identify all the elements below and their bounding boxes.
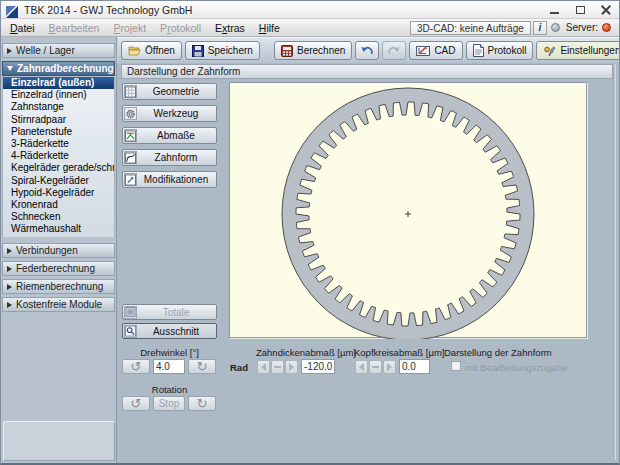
sidebar-item-zahnstange[interactable]: Zahnstange xyxy=(3,101,114,113)
gear-canvas-svg xyxy=(230,83,588,339)
close-button[interactable] xyxy=(593,1,619,18)
sidebar-item-stirnradpaar[interactable]: Stirnradpaar xyxy=(3,114,114,126)
minus-icon xyxy=(274,366,281,369)
sidebar-item-einzelrad-aussen[interactable]: Einzelrad (außen) xyxy=(3,77,114,89)
sidebar-section-kostenfreie-module[interactable]: Kostenfreie Module xyxy=(2,297,115,312)
kopfkreis-step-up[interactable] xyxy=(383,360,396,374)
section-label: Riemenberechnung xyxy=(16,280,103,294)
zahndicken-step-zero[interactable] xyxy=(271,360,284,374)
abmasse-label: Abmaße xyxy=(137,130,215,141)
section-label: Kostenfreie Module xyxy=(16,298,102,312)
kopfkreis-step-zero[interactable] xyxy=(369,360,382,374)
panel-right-edge xyxy=(613,64,616,460)
panel-title: Darstellung der Zahnform xyxy=(121,64,613,79)
rotation-label: Rotation xyxy=(122,384,217,395)
menu-bar: Datei Bearbeiten Projekt Protokoll Extra… xyxy=(1,19,619,37)
protocol-button[interactable]: Protokoll xyxy=(466,41,534,60)
sidebar-item-spiral-kegelraeder[interactable]: Spiral-Kegelräder xyxy=(3,175,114,187)
server-label: Server: xyxy=(566,22,598,33)
sidebar-item-planetenstufe[interactable]: Planetenstufe xyxy=(3,126,114,138)
toolbar: Öffnen Speichern Berechnen CAD xyxy=(117,37,620,63)
arrow-right-icon xyxy=(289,363,294,371)
maximize-button[interactable] xyxy=(567,1,593,18)
sidebar-item-einzelrad-innen[interactable]: Einzelrad (innen) xyxy=(3,89,114,101)
sidebar-item-hypoid-kegelraeder[interactable]: Hypoid-Kegelräder xyxy=(3,187,114,199)
rotation-ccw-button[interactable]: ↺ xyxy=(122,396,150,411)
sidebar-section-verbindungen[interactable]: Verbindungen xyxy=(2,243,115,258)
gear-canvas[interactable] xyxy=(229,82,587,338)
save-button[interactable]: Speichern xyxy=(185,41,260,60)
arrow-left-icon xyxy=(261,363,266,371)
menu-protokoll[interactable]: Protokoll xyxy=(153,20,208,36)
sidebar-section-federberechnung[interactable]: Federberechnung xyxy=(2,261,115,276)
info-icon[interactable]: i xyxy=(533,21,547,35)
chevron-down-icon xyxy=(7,66,13,71)
sidebar-item-waermehaushalt[interactable]: Wärmehaushalt xyxy=(3,223,114,235)
menu-extras[interactable]: Extras xyxy=(208,20,252,36)
tooth-form-icon xyxy=(124,151,137,164)
sidebar-section-welle-lager[interactable]: Welle / Lager xyxy=(2,43,115,58)
zahnform-button[interactable]: Zahnform xyxy=(122,149,217,166)
full-view-icon xyxy=(124,306,137,319)
zahndicken-input[interactable] xyxy=(301,359,335,374)
menu-datei[interactable]: Datei xyxy=(3,20,42,36)
calculator-icon xyxy=(281,45,293,57)
app-window: TBK 2014 - GWJ Technology GmbH Datei Bea… xyxy=(0,0,620,465)
calculate-button[interactable]: Berechnen xyxy=(274,41,352,60)
rotate-left-button[interactable]: ↺ xyxy=(122,359,150,374)
rotate-right-button[interactable]: ↻ xyxy=(188,359,216,374)
drehwinkel-label: Drehwinkel [°] xyxy=(122,347,217,358)
menu-hilfe[interactable]: Hilfe xyxy=(252,20,287,36)
redo-icon xyxy=(387,45,401,57)
cad-button[interactable]: CAD xyxy=(409,41,462,60)
sidebar-item-kegelraeder[interactable]: Kegelräder gerade/schräg xyxy=(3,162,114,174)
settings-button[interactable]: Einstellungen xyxy=(536,41,620,60)
modifikationen-button[interactable]: Modifikationen xyxy=(122,171,217,188)
settings-icon xyxy=(543,45,556,57)
abmasse-button[interactable]: Abmaße xyxy=(122,127,217,144)
geometrie-button[interactable]: Geometrie xyxy=(122,83,217,100)
open-label: Öffnen xyxy=(145,45,175,56)
zahndicken-step-up[interactable] xyxy=(285,360,298,374)
title-bar: TBK 2014 - GWJ Technology GmbH xyxy=(1,1,619,19)
minimize-button[interactable] xyxy=(541,1,567,18)
rad-label: Rad xyxy=(230,362,248,373)
sidebar-section-riemenberechnung[interactable]: Riemenberechnung xyxy=(2,279,115,294)
bearbeitungszugabe-checkbox[interactable] xyxy=(451,361,461,371)
zahnform-label: Zahnform xyxy=(137,152,215,163)
chevron-right-icon xyxy=(7,48,12,54)
arrow-right-icon xyxy=(387,363,392,371)
rotation-cw-button[interactable]: ↻ xyxy=(188,396,216,411)
close-icon xyxy=(601,5,611,15)
kopfkreis-step-down[interactable] xyxy=(355,360,368,374)
drehwinkel-input[interactable] xyxy=(153,359,185,374)
sidebar-item-kronenrad[interactable]: Kronenrad xyxy=(3,199,114,211)
zahndicken-step-down[interactable] xyxy=(257,360,270,374)
menu-projekt[interactable]: Projekt xyxy=(106,20,153,36)
ausschnitt-button[interactable]: Ausschnitt xyxy=(122,323,217,339)
werkzeug-button[interactable]: Werkzeug xyxy=(122,105,217,122)
tolerance-chart-icon xyxy=(124,129,137,142)
minus-icon xyxy=(372,366,379,369)
rotation-stop-button[interactable]: Stop xyxy=(153,396,185,411)
settings-label: Einstellungen xyxy=(560,45,620,56)
sidebar-section-zahnradberechnung[interactable]: Zahnradberechnung xyxy=(2,61,115,76)
menu-bearbeiten[interactable]: Bearbeiten xyxy=(42,20,107,36)
redo-button[interactable] xyxy=(382,41,406,60)
section-label: Zahnradberechnung xyxy=(17,62,114,76)
section-label: Welle / Lager xyxy=(16,44,75,58)
undo-button[interactable] xyxy=(355,41,379,60)
maximize-icon xyxy=(576,6,585,14)
grid-icon xyxy=(124,85,137,98)
undo-icon xyxy=(360,45,374,57)
cad-status-led xyxy=(551,23,560,32)
open-button[interactable]: Öffnen xyxy=(121,41,182,60)
sidebar-item-4-raederkette[interactable]: 4-Räderkette xyxy=(3,150,114,162)
totale-button[interactable]: Totale xyxy=(122,304,217,320)
sidebar-item-schnecken[interactable]: Schnecken xyxy=(3,211,114,223)
totale-label: Totale xyxy=(137,307,215,318)
rotate-left-icon: ↺ xyxy=(131,361,142,373)
kopfkreis-input[interactable] xyxy=(399,359,430,374)
sidebar-item-3-raederkette[interactable]: 3-Räderkette xyxy=(3,138,114,150)
rotate-ccw-icon: ↺ xyxy=(131,398,142,410)
